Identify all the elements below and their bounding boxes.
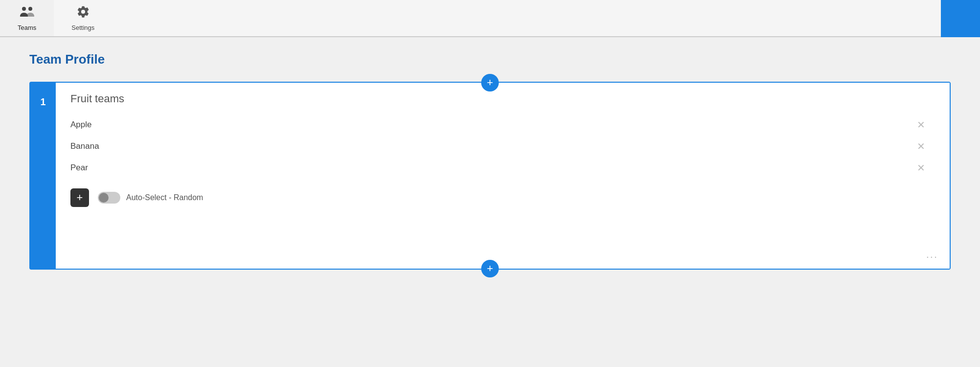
member-name-0: Apple (70, 120, 935, 130)
team-body: Fruit teams Apple ✕ Banana ✕ Pear ✕ (56, 83, 950, 269)
add-section-bottom-button[interactable]: + (481, 260, 499, 277)
team-card: 1 Fruit teams Apple ✕ Banana ✕ Pear ✕ (30, 83, 950, 269)
add-top-icon: + (487, 76, 493, 89)
more-options-icon: ... (926, 248, 938, 260)
team-name: Fruit teams (70, 92, 935, 105)
member-row-1: Banana ✕ (70, 136, 935, 157)
add-bottom-icon: + (487, 262, 493, 275)
remove-member-0-button[interactable]: ✕ (917, 120, 925, 130)
top-nav: Teams Settings (0, 0, 980, 37)
remove-member-1-button[interactable]: ✕ (917, 141, 925, 151)
team-number: 1 (30, 83, 56, 269)
main-content: Team Profile + 1 Fruit teams Apple ✕ Ban… (0, 37, 980, 367)
auto-select-label: Auto-Select - Random (126, 193, 203, 202)
more-options-button[interactable]: ... (926, 248, 938, 261)
member-name-1: Banana (70, 141, 935, 151)
member-row-0: Apple ✕ (70, 114, 935, 136)
member-name-2: Pear (70, 163, 935, 173)
auto-select-toggle-wrapper: Auto-Select - Random (98, 192, 203, 204)
remove-member-2-button[interactable]: ✕ (917, 163, 925, 173)
add-section-top-button[interactable]: + (481, 74, 499, 92)
svg-point-1 (28, 7, 32, 11)
member-row-2: Pear ✕ (70, 157, 935, 179)
nav-teams[interactable]: Teams (0, 0, 54, 36)
nav-settings[interactable]: Settings (54, 0, 112, 36)
page-title: Team Profile (29, 52, 951, 67)
profile-outer-container: + 1 Fruit teams Apple ✕ Banana ✕ Pear ✕ (29, 82, 951, 270)
teams-nav-label: Teams (18, 24, 36, 31)
teams-icon (19, 5, 35, 22)
add-member-icon: + (77, 191, 83, 204)
nav-action-button[interactable] (941, 0, 980, 37)
settings-icon (76, 5, 90, 22)
svg-point-0 (22, 7, 26, 11)
add-member-button[interactable]: + (70, 188, 89, 207)
settings-nav-label: Settings (71, 24, 94, 31)
auto-select-toggle[interactable] (98, 192, 120, 204)
toggle-thumb (99, 193, 109, 203)
team-footer: + Auto-Select - Random (70, 188, 935, 212)
